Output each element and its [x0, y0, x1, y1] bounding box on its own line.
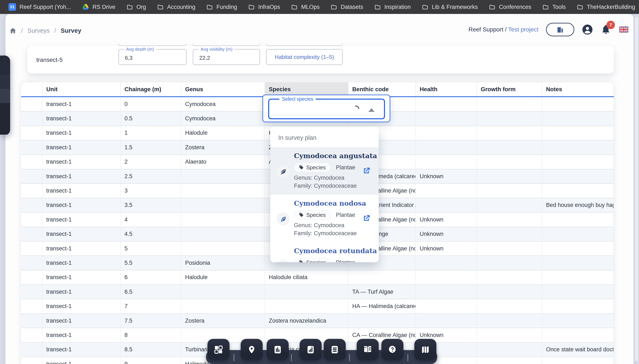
breadcrumb-surveys-link[interactable]: Surveys: [28, 27, 50, 34]
cell-notes[interactable]: [542, 126, 614, 140]
external-link-icon[interactable]: [362, 214, 371, 222]
cell-unit[interactable]: transect-1: [43, 256, 121, 270]
cell-unit[interactable]: transect-1: [43, 155, 121, 169]
cell-growth[interactable]: [477, 155, 542, 169]
cell-benthic[interactable]: TA — Turf Algae: [349, 285, 416, 299]
cell-genus[interactable]: [181, 227, 265, 242]
cell-growth[interactable]: [477, 343, 542, 357]
species-option[interactable]: Cymodocea angustataSpeciesPlantaeGenus: …: [270, 147, 379, 195]
left-side-dock[interactable]: [0, 56, 10, 135]
cell-chainage[interactable]: 9: [121, 357, 181, 364]
cell-chainage[interactable]: 4.5: [121, 227, 181, 242]
account-avatar[interactable]: [582, 24, 593, 35]
cell-genus[interactable]: Halodule: [181, 270, 265, 285]
cell-genus[interactable]: Alaerato: [181, 155, 265, 169]
cell-growth[interactable]: [477, 212, 542, 227]
cell-growth[interactable]: [477, 140, 542, 155]
cell-unit[interactable]: transect-1: [43, 169, 121, 184]
cell-notes[interactable]: [542, 357, 614, 364]
cell-genus[interactable]: Zostera: [181, 314, 265, 328]
cell-chainage[interactable]: 2.5: [121, 169, 181, 184]
cell-genus[interactable]: Cymodocea: [181, 112, 265, 126]
vertical-scrollbar[interactable]: [635, 17, 638, 361]
cell-genus[interactable]: [181, 212, 265, 227]
cell-unit[interactable]: transect-1: [43, 97, 121, 112]
cell-health[interactable]: [416, 285, 477, 299]
bookmark-item[interactable]: 31Reef Support (Yoh...: [9, 3, 71, 11]
cell-unit[interactable]: transect-1: [43, 112, 121, 126]
toolbar-button-book[interactable]: [357, 339, 379, 360]
cell-notes[interactable]: [542, 155, 614, 169]
cell-growth[interactable]: [477, 314, 542, 328]
cell-benthic[interactable]: [349, 314, 416, 328]
cell-health[interactable]: [416, 126, 477, 140]
habitat-complexity-button[interactable]: Habitat complexity (1–5): [266, 49, 343, 65]
cell-chainage[interactable]: 3.5: [121, 198, 181, 212]
cell-health[interactable]: Unknown: [416, 242, 477, 256]
cell-genus[interactable]: [181, 285, 265, 299]
bookmark-item[interactable]: TheHackerBuilding: [577, 4, 635, 10]
cell-notes[interactable]: [542, 140, 614, 155]
toolbar-button-list-card[interactable]: [324, 339, 346, 360]
bookmark-item[interactable]: MLOps: [291, 4, 320, 10]
cell-notes[interactable]: [542, 227, 614, 242]
cell-species[interactable]: [265, 299, 349, 314]
cell-chainage[interactable]: 7: [121, 299, 181, 314]
cell-growth[interactable]: [477, 285, 542, 299]
species-select-input[interactable]: Select species: [268, 98, 385, 119]
species-option[interactable]: Cymodocea rotundataSpeciesPlantaeGenus: …: [270, 242, 379, 262]
cell-growth[interactable]: [477, 270, 542, 285]
cell-chainage[interactable]: 8.5: [121, 343, 181, 357]
cell-health[interactable]: [416, 112, 477, 126]
cell-unit[interactable]: transect-1: [43, 126, 121, 140]
cell-genus[interactable]: Zostera: [181, 140, 265, 155]
cell-notes[interactable]: Bed house enough buy happy se: [542, 198, 614, 212]
cell-chainage[interactable]: 0.5: [121, 112, 181, 126]
bookmark-item[interactable]: RS Drive: [82, 4, 115, 10]
cell-growth[interactable]: [477, 126, 542, 140]
cell-notes[interactable]: Once state wait board doctor.: [542, 343, 614, 357]
cell-genus[interactable]: Posidonia: [181, 256, 265, 270]
toolbar-button-help[interactable]: [381, 339, 403, 360]
cell-chainage[interactable]: 5.5: [121, 256, 181, 270]
cell-health[interactable]: [416, 155, 477, 169]
toolbar-button-bar-chart-small[interactable]: [300, 339, 322, 360]
bookmark-item[interactable]: Inspiration: [374, 4, 411, 10]
cell-notes[interactable]: [542, 169, 614, 184]
cell-growth[interactable]: [477, 256, 542, 270]
cell-notes[interactable]: [542, 184, 614, 198]
cell-health[interactable]: [416, 270, 477, 285]
cell-unit[interactable]: transect-1: [43, 285, 121, 299]
bookmark-item[interactable]: Org: [126, 4, 146, 10]
cell-benthic[interactable]: [349, 270, 416, 285]
cell-genus[interactable]: Halodule: [181, 126, 265, 140]
cell-chainage[interactable]: 6: [121, 270, 181, 285]
cell-unit[interactable]: transect-1: [43, 212, 121, 227]
cell-health[interactable]: [416, 97, 477, 112]
bookmark-item[interactable]: Conferences: [489, 4, 531, 10]
cell-growth[interactable]: [477, 112, 542, 126]
toolbar-button-bar-chart-card[interactable]: [267, 339, 289, 360]
dropdown-caret-up-icon[interactable]: [368, 108, 375, 112]
avg-visibility-field[interactable]: Avg visibility (m) 22,2: [193, 49, 260, 65]
bookmark-item[interactable]: InfraOps: [248, 4, 280, 10]
cell-species[interactable]: Halodule ciliata: [265, 270, 349, 285]
cell-genus[interactable]: [181, 184, 265, 198]
cell-notes[interactable]: [542, 270, 614, 285]
cell-chainage[interactable]: 4: [121, 212, 181, 227]
bookmark-item[interactable]: Funding: [206, 4, 237, 10]
cell-notes[interactable]: [542, 285, 614, 299]
cell-health[interactable]: [416, 198, 477, 212]
cell-unit[interactable]: transect-1: [43, 314, 121, 328]
cell-unit[interactable]: transect-1: [43, 184, 121, 198]
notifications-button[interactable]: 7: [600, 24, 611, 36]
cell-growth[interactable]: [477, 357, 542, 364]
cell-chainage[interactable]: 1: [121, 126, 181, 140]
toolbar-button-map[interactable]: [414, 339, 436, 360]
cell-notes[interactable]: [542, 299, 614, 314]
cell-species[interactable]: Zostera novazelandica: [265, 314, 349, 328]
cell-health[interactable]: [416, 140, 477, 155]
cell-growth[interactable]: [477, 198, 542, 212]
cell-chainage[interactable]: 0: [121, 97, 181, 112]
cell-genus[interactable]: [181, 299, 265, 314]
